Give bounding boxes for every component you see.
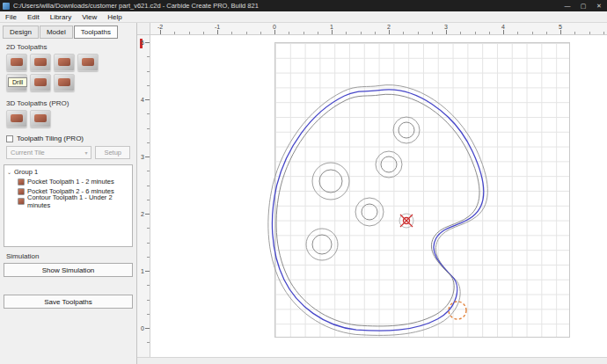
- show-simulation-button[interactable]: Show Simulation: [4, 263, 133, 277]
- ruler-tick: [145, 157, 150, 157]
- sidebar: DesignModelToolpaths 2D Toolpaths Drill …: [0, 23, 137, 364]
- design-canvas[interactable]: [150, 35, 607, 357]
- minimize-button[interactable]: —: [559, 0, 575, 11]
- ruler-tick: [147, 113, 150, 114]
- ruler-tick: [475, 32, 476, 34]
- ruler-label-v: 0: [141, 325, 144, 331]
- contour-toolpath-icon-face: [11, 58, 23, 66]
- ruler-label-v: 4: [141, 97, 144, 103]
- ruler-tick: [147, 142, 150, 143]
- menu-edit[interactable]: Edit: [22, 13, 45, 21]
- ruler-label-h: 4: [501, 24, 505, 30]
- toolpath-item-label: Pocket Toolpath 1 - 2 minutes: [27, 178, 114, 186]
- ruler-tick: [145, 42, 150, 43]
- tab-model[interactable]: Model: [40, 25, 73, 39]
- ruler-tick: [460, 32, 461, 34]
- ruler-tick: [147, 171, 150, 171]
- toolpath-item-3[interactable]: Contour Toolpath 1 - Under 2 minutes: [7, 196, 129, 206]
- setup-button[interactable]: Setup: [95, 146, 130, 159]
- ruler-label-h: -2: [157, 24, 163, 30]
- ruler-tick: [532, 32, 533, 34]
- ruler-label-v: 1: [141, 268, 144, 274]
- ruler-tick: [318, 32, 318, 34]
- pocket-toolpath-icon-face: [34, 58, 47, 66]
- ruler-label-h: 5: [559, 24, 562, 30]
- finish-3d-toolpath-icon-face: [34, 114, 47, 122]
- rough-3d-toolpath-icon[interactable]: [6, 110, 27, 127]
- ruler-tick: [147, 243, 150, 244]
- menu-library[interactable]: Library: [45, 13, 77, 21]
- ruler-tick: [147, 85, 150, 86]
- pocket-toolpath-item-icon: [18, 178, 25, 186]
- ruler-tick: [147, 300, 150, 301]
- ruler-tick: [418, 32, 419, 34]
- ruler-tick: [203, 32, 204, 34]
- pocket-toolpath-icon[interactable]: [30, 54, 51, 71]
- toolpaths-2d-label: 2D Toolpaths: [6, 43, 130, 51]
- menu-bar: FileEditLibraryViewHelp: [0, 11, 607, 23]
- chevron-down-icon: ▾: [84, 149, 87, 156]
- ruler-tick: [147, 342, 150, 343]
- ruler-label-h: -1: [215, 24, 220, 30]
- ruler-tick: [147, 71, 150, 72]
- ruler-label-h: 0: [273, 24, 276, 30]
- tab-toolpaths[interactable]: Toolpaths: [74, 25, 118, 39]
- hole-1-toolpath: [393, 117, 420, 143]
- texture-toolpath-icon[interactable]: [54, 74, 75, 91]
- ruler-tick: [389, 30, 390, 34]
- chevron-expand-icon[interactable]: ⌄: [7, 169, 11, 175]
- drawing-svg: [150, 35, 607, 357]
- current-tile-dropdown[interactable]: Current Tile ▾: [6, 146, 91, 159]
- sidebar-tabs: DesignModelToolpaths: [3, 25, 134, 39]
- position-marker: [399, 214, 413, 228]
- menu-file[interactable]: File: [0, 13, 22, 21]
- menu-help[interactable]: Help: [102, 13, 127, 21]
- hole-3-toolpath: [376, 151, 402, 178]
- ruler-tick: [145, 271, 150, 272]
- toolpath-3d-grid: [6, 110, 112, 127]
- save-toolpaths-button[interactable]: Save Toolpaths: [4, 295, 133, 309]
- toolpath-tiling-checkbox[interactable]: [6, 135, 13, 142]
- ruler-label-v: 5: [141, 40, 144, 46]
- bottom-strip: [137, 357, 607, 364]
- toolpath-item-1[interactable]: Pocket Toolpath 1 - 2 minutes: [7, 177, 129, 186]
- ruler-tick: [147, 285, 150, 286]
- advanced-vcarve-toolpath-icon[interactable]: [77, 54, 99, 71]
- canvas-row: 543210: [137, 35, 607, 357]
- ruler-tick: [145, 214, 150, 215]
- hole-1-geometry: [399, 122, 414, 138]
- ruler-tick: [145, 328, 150, 329]
- finish-3d-toolpath-icon[interactable]: [30, 110, 51, 127]
- ruler-tick: [289, 32, 289, 34]
- tile-row: Current Tile ▾ Setup: [6, 146, 130, 159]
- ruler-tick: [147, 56, 150, 57]
- contour-toolpath-icon[interactable]: [6, 54, 27, 71]
- vcarve-toolpath-icon[interactable]: [54, 54, 75, 71]
- toolpath-group-row[interactable]: ⌄ Group 1: [7, 167, 129, 177]
- texture-toolpath-icon-face: [58, 78, 70, 86]
- maximize-button[interactable]: ▢: [575, 0, 591, 11]
- ruler-tick: [246, 32, 247, 34]
- ruler-tick: [332, 30, 333, 34]
- drill-tooltip: Drill: [8, 77, 27, 87]
- toolpath-tiling-row: Toolpath Tiling (PRO): [6, 135, 130, 142]
- engrave-toolpath-icon[interactable]: [30, 74, 51, 91]
- window-title: C:/Users/willa/Downloads/customer part_v…: [13, 2, 559, 10]
- part-outline[interactable]: [276, 94, 479, 326]
- ruler-tick: [147, 200, 150, 200]
- pocket-toolpath-item-icon: [18, 188, 25, 195]
- ruler-tick: [517, 32, 518, 34]
- close-button[interactable]: ✕: [591, 0, 607, 11]
- ruler-label-h: 2: [387, 24, 391, 30]
- ruler-tick: [174, 32, 175, 34]
- ruler-tick: [217, 30, 218, 34]
- ruler-horizontal: -2-1012345: [150, 23, 607, 35]
- ruler-tick: [147, 314, 150, 315]
- hole-2-toolpath: [312, 163, 349, 200]
- ruler-tick: [145, 99, 150, 100]
- ruler-tick: [274, 30, 275, 34]
- ruler-tick: [574, 32, 575, 34]
- menu-view[interactable]: View: [77, 13, 102, 21]
- tab-design[interactable]: Design: [3, 25, 39, 39]
- toolpath-group-label: Group 1: [14, 168, 38, 176]
